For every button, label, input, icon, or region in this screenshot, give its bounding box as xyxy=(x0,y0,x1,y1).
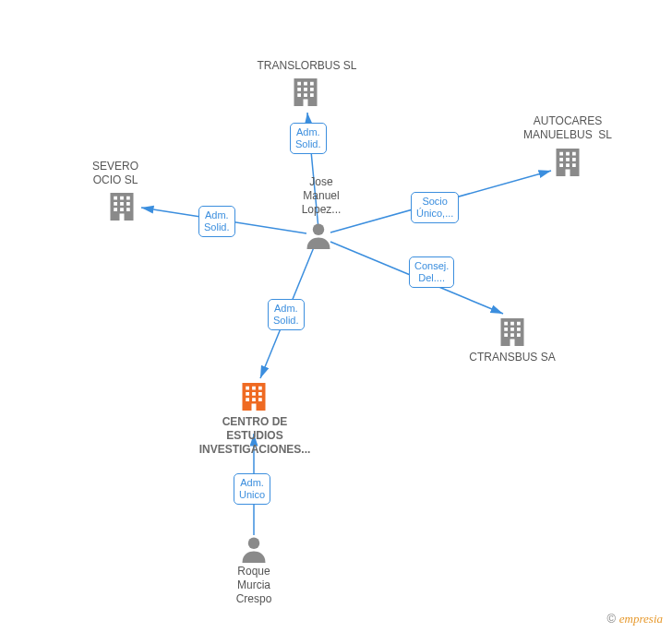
edge-label-roque-centro: Adm. Unico xyxy=(234,473,270,505)
building-icon xyxy=(292,76,319,109)
company-label-ctransbus: CTRANSBUS SA xyxy=(466,351,558,364)
edge-label-jose-autocares: Socio Único,... xyxy=(411,192,459,223)
svg-rect-13 xyxy=(297,93,301,97)
company-node-translorbus[interactable] xyxy=(292,76,319,109)
svg-rect-19 xyxy=(566,152,570,156)
svg-rect-33 xyxy=(510,328,514,331)
svg-rect-45 xyxy=(258,392,262,396)
person-node-jose[interactable] xyxy=(305,221,332,249)
person-icon xyxy=(305,221,332,249)
brand-name: empresia xyxy=(619,612,663,626)
edge-label-jose-severo: Adm. Solid. xyxy=(198,206,235,237)
svg-rect-35 xyxy=(504,333,508,337)
svg-rect-12 xyxy=(310,88,314,91)
svg-rect-57 xyxy=(114,208,117,211)
edge-label-jose-centro: Adm. Solid. xyxy=(268,299,305,330)
edge-label-jose-ctransbus: Consej. Del.... xyxy=(409,256,454,288)
svg-rect-55 xyxy=(120,202,124,206)
building-icon xyxy=(498,316,526,349)
svg-rect-37 xyxy=(517,333,521,337)
svg-rect-53 xyxy=(126,197,130,200)
company-label-centro: CENTRO DE ESTUDIOS INVESTIGACIONES... xyxy=(186,415,323,457)
svg-rect-30 xyxy=(510,322,514,326)
copyright-symbol: © xyxy=(607,612,617,626)
svg-rect-54 xyxy=(114,202,117,206)
svg-rect-29 xyxy=(504,322,508,326)
svg-rect-40 xyxy=(246,387,249,390)
building-icon xyxy=(554,146,582,179)
company-label-autocares: AUTOCARES MANUELBUS SL xyxy=(512,114,623,142)
svg-rect-20 xyxy=(572,152,576,156)
svg-rect-49 xyxy=(252,404,257,411)
svg-rect-42 xyxy=(258,387,262,390)
svg-rect-18 xyxy=(559,152,563,156)
svg-rect-10 xyxy=(297,88,301,91)
svg-rect-7 xyxy=(297,82,301,86)
svg-rect-31 xyxy=(517,322,521,326)
svg-rect-60 xyxy=(120,214,125,221)
svg-rect-48 xyxy=(258,398,262,401)
svg-rect-34 xyxy=(517,328,521,331)
svg-rect-14 xyxy=(304,93,307,97)
svg-rect-26 xyxy=(572,163,576,167)
person-label-jose: Jose Manuel Lopez... xyxy=(289,175,354,217)
svg-rect-24 xyxy=(559,163,563,167)
svg-rect-58 xyxy=(120,208,124,211)
company-node-ctransbus[interactable] xyxy=(498,316,526,349)
svg-rect-22 xyxy=(566,158,570,161)
edge-label-jose-translorbus: Adm. Solid. xyxy=(290,123,327,154)
svg-rect-36 xyxy=(510,333,514,337)
svg-rect-15 xyxy=(310,93,314,97)
svg-rect-23 xyxy=(572,158,576,161)
svg-rect-9 xyxy=(310,82,314,86)
svg-rect-44 xyxy=(252,392,256,396)
svg-rect-21 xyxy=(559,158,563,161)
person-label-roque: Roque Murcia Crespo xyxy=(222,565,286,606)
svg-rect-59 xyxy=(126,208,130,211)
svg-rect-32 xyxy=(504,328,508,331)
company-node-centro[interactable] xyxy=(240,380,268,413)
svg-rect-16 xyxy=(304,100,308,107)
company-label-severo: SEVERO OCIO SL xyxy=(78,160,152,187)
svg-rect-27 xyxy=(566,170,570,177)
company-node-severo[interactable] xyxy=(108,190,136,223)
svg-rect-25 xyxy=(566,163,570,167)
building-icon xyxy=(240,380,268,413)
svg-rect-47 xyxy=(252,398,256,401)
svg-rect-38 xyxy=(510,340,515,347)
svg-rect-43 xyxy=(246,392,249,396)
svg-rect-46 xyxy=(246,398,249,401)
svg-point-61 xyxy=(313,224,325,236)
person-node-roque[interactable] xyxy=(240,535,268,563)
watermark: © empresia xyxy=(607,612,663,626)
building-icon xyxy=(108,190,136,223)
svg-point-62 xyxy=(248,538,260,550)
svg-rect-51 xyxy=(114,197,117,200)
svg-rect-8 xyxy=(304,82,307,86)
svg-rect-56 xyxy=(126,202,130,206)
company-node-autocares[interactable] xyxy=(554,146,582,179)
svg-rect-11 xyxy=(304,88,307,91)
network-edges xyxy=(0,0,672,632)
person-icon xyxy=(240,535,268,563)
svg-rect-41 xyxy=(252,387,256,390)
company-label-translorbus: TRANSLORBUS SL xyxy=(254,59,360,73)
svg-rect-52 xyxy=(120,197,124,200)
